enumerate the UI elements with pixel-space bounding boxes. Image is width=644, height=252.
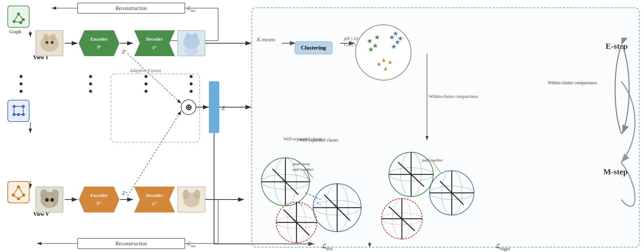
- dots-right: [189, 74, 194, 94]
- clustering-box: Clustering: [295, 41, 332, 54]
- svg-text:▲: ▲: [381, 57, 387, 63]
- svg-point-100: [51, 189, 59, 200]
- svg-line-15: [128, 54, 181, 103]
- svg-line-76: [18, 187, 24, 195]
- m-step-label: M-step: [603, 167, 628, 177]
- dots-center-2: [143, 74, 149, 94]
- em-arrow-svg: [611, 38, 633, 167]
- svg-rect-27: [78, 238, 185, 249]
- svg-text:★: ★: [368, 46, 374, 53]
- svg-line-177: [433, 163, 441, 173]
- viewV-input-image: [35, 187, 63, 212]
- spheres-svg: μ μ μ push away pull toge: [256, 145, 496, 245]
- main-container: Reconstruction ℒ rec Z¹ Adaptive Fusion …: [0, 0, 644, 252]
- scatter-container: ★ ★ ★ ★ ★ ★ ★ ★ ★ ▲ ▲ ▲ ▲: [354, 23, 413, 82]
- well-separated-label: Well-separated cluster: [289, 137, 348, 143]
- svg-line-77: [13, 195, 18, 199]
- svg-point-101: [45, 198, 49, 202]
- svg-point-102: [50, 198, 54, 202]
- svg-marker-86: [79, 30, 119, 56]
- svg-text:▲: ▲: [387, 58, 393, 65]
- dots-left-1: [18, 74, 24, 94]
- viewV-output-image: [177, 187, 205, 212]
- svg-point-113: [194, 190, 200, 199]
- svg-point-114: [356, 25, 411, 80]
- svg-line-75: [13, 187, 18, 195]
- graph-icon-1: [7, 6, 30, 28]
- svg-text:Reconstruction: Reconstruction: [115, 241, 147, 246]
- decoder-V: Decoder φᵛ: [134, 187, 175, 214]
- svg-point-80: [40, 35, 59, 52]
- svg-text:rec: rec: [191, 8, 196, 13]
- svg-text:ℒ: ℒ: [187, 6, 191, 11]
- svg-text:φᵛ: φᵛ: [152, 201, 158, 206]
- svg-point-96: [185, 47, 198, 55]
- svg-point-94: [186, 33, 190, 40]
- svg-point-95: [193, 33, 197, 40]
- dots-center-1: [88, 74, 93, 94]
- svg-text:push away: push away: [292, 161, 310, 166]
- svg-line-58: [18, 14, 23, 20]
- svg-text:Zᵛ: Zᵛ: [122, 191, 128, 196]
- svg-line-57: [14, 14, 18, 21]
- svg-text:θ¹: θ¹: [97, 44, 101, 50]
- svg-text:μ: μ: [293, 217, 296, 222]
- svg-text:⊕: ⊕: [185, 103, 192, 112]
- svg-text:φ¹: φ¹: [152, 44, 157, 50]
- svg-text:★: ★: [393, 30, 399, 37]
- svg-text:Encoder: Encoder: [91, 193, 108, 198]
- encoder-V: Encoder θᵛ: [79, 187, 119, 214]
- svg-text:Decoder: Decoder: [146, 36, 163, 42]
- svg-line-16: [128, 111, 181, 196]
- svg-text:θᵛ: θᵛ: [97, 201, 102, 206]
- svg-text:Adaptive Fusion: Adaptive Fusion: [129, 68, 161, 73]
- graph-label-1: Graph: [9, 29, 21, 35]
- svg-rect-17: [111, 74, 200, 142]
- svg-text:Encoder: Encoder: [91, 36, 108, 42]
- svg-point-85: [51, 41, 54, 44]
- svg-point-81: [43, 34, 48, 41]
- svg-point-82: [51, 34, 56, 41]
- svg-text:★: ★: [374, 34, 380, 41]
- right-panel: Clustering ★ ★ ★ ★ ★ ★ ★ ★ ★ ▲ ▲ ▲ ▲: [251, 7, 640, 248]
- svg-line-78: [18, 195, 24, 199]
- decoder-1: Decoder φ¹: [134, 30, 175, 58]
- svg-text:μ: μ: [282, 177, 285, 181]
- svg-text:★: ★: [367, 37, 373, 45]
- svg-point-112: [183, 190, 189, 199]
- svg-text:Z: Z: [222, 105, 225, 111]
- svg-text:Z¹: Z¹: [122, 49, 126, 55]
- svg-text:Reconstruction: Reconstruction: [115, 6, 147, 11]
- view1-input-image: [35, 30, 63, 56]
- svg-line-151: [306, 193, 321, 200]
- encoder-1: Encoder θ¹: [79, 30, 119, 58]
- svg-marker-89: [134, 30, 175, 56]
- svg-text:ℒ: ℒ: [187, 241, 191, 246]
- svg-point-99: [40, 189, 48, 200]
- svg-rect-2: [78, 3, 185, 13]
- svg-point-84: [45, 41, 48, 44]
- svg-text:★: ★: [391, 43, 397, 50]
- svg-marker-104: [79, 187, 119, 212]
- svg-text:pull together: pull together: [422, 158, 443, 162]
- svg-point-103: [46, 202, 53, 208]
- svg-marker-107: [134, 187, 175, 212]
- graph-icon-2: [7, 100, 30, 122]
- svg-rect-21: [209, 81, 219, 133]
- svg-text:▲: ▲: [383, 65, 389, 71]
- within-cluster-label: Within-cluster compactness: [543, 80, 602, 86]
- svg-point-19: [181, 100, 196, 115]
- svg-text:μ: μ: [334, 202, 336, 207]
- svg-text:rec: rec: [191, 244, 196, 248]
- svg-text:Decoder: Decoder: [146, 193, 163, 198]
- clustering-label: Clustering: [301, 45, 326, 51]
- view1-output-image: [177, 30, 205, 56]
- graph-icon-3: [7, 181, 30, 203]
- svg-text:pull together: pull together: [292, 167, 314, 171]
